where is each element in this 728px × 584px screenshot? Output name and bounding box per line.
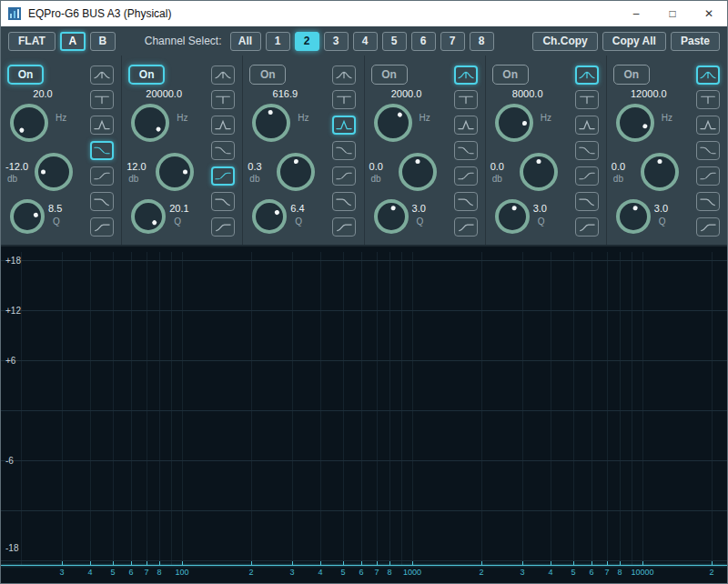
- band-5-freq-knob[interactable]: [495, 104, 533, 142]
- channel-button-2[interactable]: 2: [295, 32, 319, 51]
- v-gridline: [642, 252, 643, 565]
- ab-button-b[interactable]: B: [90, 32, 116, 51]
- band-6-filter-band-pass-button[interactable]: [696, 116, 720, 135]
- maximize-button[interactable]: □: [654, 1, 691, 26]
- band-6-q-knob[interactable]: [616, 199, 651, 234]
- band-3-q-knob[interactable]: [252, 199, 287, 234]
- band-2-on-button[interactable]: On: [128, 65, 165, 85]
- axis-tick: [131, 561, 132, 565]
- channel-button-3[interactable]: 3: [324, 32, 349, 51]
- band-4-filter-band-pass-button[interactable]: [454, 116, 478, 135]
- band-3-filter-notch-button[interactable]: [332, 90, 356, 109]
- band-2-filter-low-shelf-button[interactable]: [211, 141, 235, 160]
- band-1-filter-high-pass-button[interactable]: [90, 217, 114, 237]
- band-5-filter-low-shelf-button[interactable]: [575, 141, 599, 160]
- band-4-filter-low-shelf-button[interactable]: [454, 141, 478, 160]
- band-5-filter-high-shelf-button[interactable]: [575, 166, 599, 186]
- band-6-filter-notch-button[interactable]: [696, 90, 720, 109]
- band-1-on-button[interactable]: On: [7, 65, 44, 85]
- band-6-filter-bell-button[interactable]: [696, 65, 720, 85]
- band-4-freq-knob[interactable]: [374, 104, 412, 142]
- band-2-filter-low-pass-button[interactable]: [211, 192, 235, 211]
- band-2-gain-knob[interactable]: [156, 153, 194, 191]
- band-1-freq-value: 20.0: [6, 88, 79, 99]
- band-5-filter-notch-button[interactable]: [575, 90, 599, 109]
- band-6-filter-high-shelf-button[interactable]: [696, 166, 720, 186]
- minimize-button[interactable]: –: [618, 1, 654, 26]
- band-1-filter-band-pass-button[interactable]: [90, 116, 114, 135]
- eq-graph[interactable]: +18+12+6-6-18345678100234567810002345678…: [1, 247, 727, 583]
- paste-button[interactable]: Paste: [671, 32, 720, 51]
- db-axis-label: +12: [5, 306, 21, 316]
- channel-button-5[interactable]: 5: [382, 32, 407, 51]
- band-2-filter-bell-button[interactable]: [211, 65, 235, 85]
- band-3-gain-knob[interactable]: [277, 153, 315, 191]
- q-unit-label: Q: [53, 216, 60, 227]
- band-4-filter-high-shelf-button[interactable]: [454, 166, 478, 186]
- axis-tick: [712, 561, 713, 565]
- ab-button-a[interactable]: A: [60, 32, 86, 51]
- band-2-freq-knob[interactable]: [131, 104, 169, 142]
- band-3-filter-low-shelf-button[interactable]: [332, 141, 356, 160]
- band-1-filter-low-shelf-button[interactable]: [90, 141, 114, 160]
- band-4-filter-high-pass-button[interactable]: [454, 217, 478, 237]
- axis-tick: [251, 561, 252, 565]
- band-6-freq-knob[interactable]: [616, 104, 654, 142]
- band-6-filter-high-pass-button[interactable]: [696, 217, 720, 237]
- channel-button-7[interactable]: 7: [440, 32, 465, 51]
- band-2-q-knob[interactable]: [131, 199, 166, 234]
- band-5-on-button[interactable]: On: [492, 65, 529, 85]
- channel-button-4[interactable]: 4: [353, 32, 378, 51]
- band-6-on-button[interactable]: On: [613, 65, 650, 85]
- h-gridline: [1, 410, 727, 411]
- band-1-filter-high-shelf-button[interactable]: [90, 166, 114, 186]
- band-5-filter-bell-button[interactable]: [575, 65, 599, 85]
- close-button[interactable]: ✕: [691, 1, 727, 26]
- band-3-filter-bell-button[interactable]: [332, 65, 356, 85]
- band-2-filter-band-pass-button[interactable]: [211, 116, 235, 135]
- band-1-filter-notch-button[interactable]: [90, 90, 114, 109]
- band-5-filter-high-pass-button[interactable]: [575, 217, 599, 237]
- band-strip-5: On8000.0Hz0.0db3.0Q: [486, 55, 607, 245]
- band-5-filter-low-pass-button[interactable]: [575, 192, 599, 211]
- channel-button-all[interactable]: All: [230, 32, 261, 51]
- channel-button-8[interactable]: 8: [470, 32, 494, 51]
- band-2-filter-high-shelf-button[interactable]: [211, 166, 235, 186]
- notch-icon: [335, 94, 353, 106]
- channel-button-6[interactable]: 6: [411, 32, 436, 51]
- band-1-q-knob[interactable]: [10, 199, 45, 234]
- band-4-on-button[interactable]: On: [371, 65, 408, 85]
- gain-unit-label: db: [613, 174, 623, 184]
- band-5-filter-band-pass-button[interactable]: [575, 116, 599, 135]
- knob-indicator: [33, 212, 38, 217]
- band-2-freq-value: 20000.0: [127, 88, 200, 99]
- channel-copy-button[interactable]: Ch.Copy: [532, 32, 597, 51]
- band-2-filter-notch-button[interactable]: [211, 90, 235, 109]
- band-1-gain-knob[interactable]: [35, 153, 73, 191]
- flat-button[interactable]: FLAT: [8, 32, 56, 51]
- band-3-filter-band-pass-button[interactable]: [332, 116, 356, 135]
- high-pass-icon: [214, 221, 232, 233]
- band-4-q-knob[interactable]: [374, 199, 409, 234]
- band-2-filter-high-pass-button[interactable]: [211, 217, 235, 237]
- band-1-filter-bell-button[interactable]: [90, 65, 114, 85]
- band-3-filter-high-pass-button[interactable]: [332, 217, 356, 237]
- band-5-q-knob[interactable]: [495, 199, 530, 234]
- band-3-filter-low-pass-button[interactable]: [332, 192, 356, 211]
- band-3-freq-knob[interactable]: [252, 104, 290, 142]
- channel-button-1[interactable]: 1: [266, 32, 290, 51]
- high-pass-icon: [335, 221, 353, 233]
- band-6-filter-low-shelf-button[interactable]: [696, 141, 720, 160]
- band-4-filter-bell-button[interactable]: [454, 65, 478, 85]
- band-5-gain-knob[interactable]: [520, 153, 558, 191]
- band-1-freq-knob[interactable]: [10, 104, 48, 142]
- band-6-gain-knob[interactable]: [641, 153, 679, 191]
- band-3-filter-high-shelf-button[interactable]: [332, 166, 356, 186]
- band-3-on-button[interactable]: On: [249, 65, 286, 85]
- band-4-gain-knob[interactable]: [399, 153, 437, 191]
- band-4-filter-low-pass-button[interactable]: [454, 192, 478, 211]
- band-1-filter-low-pass-button[interactable]: [90, 192, 114, 211]
- band-4-filter-notch-button[interactable]: [454, 90, 478, 109]
- band-6-filter-low-pass-button[interactable]: [696, 192, 720, 211]
- copy-all-button[interactable]: Copy All: [602, 32, 666, 51]
